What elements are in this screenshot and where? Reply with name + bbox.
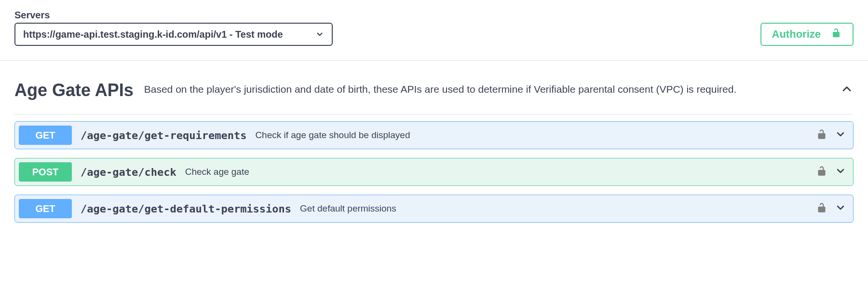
endpoint-summary: Check age gate <box>185 167 815 177</box>
section-description: Based on the player's jurisdiction and d… <box>144 80 829 96</box>
endpoint-path: /age-gate/check <box>81 166 176 178</box>
endpoint-summary: Get default permissions <box>300 203 815 214</box>
authorize-label: Authorize <box>772 28 821 41</box>
unlock-icon <box>830 27 842 42</box>
servers-label: Servers <box>14 10 333 21</box>
chevron-up-icon[interactable] <box>840 80 854 98</box>
content-area: Age Gate APIs Based on the player's juri… <box>0 61 868 237</box>
chevron-down-icon[interactable] <box>835 128 846 142</box>
servers-block: Servers https://game-api.test.staging.k-… <box>14 10 333 46</box>
endpoint-path: /age-gate/get-default-permissions <box>81 203 291 215</box>
endpoint-actions <box>815 165 846 179</box>
endpoint-row[interactable]: POST /age-gate/check Check age gate <box>14 158 854 186</box>
chevron-down-icon[interactable] <box>835 202 846 215</box>
method-badge: GET <box>19 199 72 218</box>
authorize-button[interactable]: Authorize <box>760 23 854 46</box>
endpoints-list: GET /age-gate/get-requirements Check if … <box>14 121 854 223</box>
endpoint-actions <box>815 128 846 142</box>
section-header[interactable]: Age Gate APIs Based on the player's juri… <box>14 80 854 114</box>
endpoint-row[interactable]: GET /age-gate/get-requirements Check if … <box>14 121 854 149</box>
endpoint-path: /age-gate/get-requirements <box>81 129 246 141</box>
unlock-icon[interactable] <box>815 128 828 142</box>
unlock-icon[interactable] <box>815 201 828 216</box>
endpoint-row[interactable]: GET /age-gate/get-default-permissions Ge… <box>14 195 854 223</box>
chevron-down-icon <box>315 30 324 39</box>
top-bar: Servers https://game-api.test.staging.k-… <box>0 0 868 61</box>
server-select[interactable]: https://game-api.test.staging.k-id.com/a… <box>14 23 333 46</box>
unlock-icon[interactable] <box>815 165 828 179</box>
method-badge: POST <box>19 162 72 182</box>
chevron-down-icon[interactable] <box>835 165 846 179</box>
server-select-value: https://game-api.test.staging.k-id.com/a… <box>23 29 315 40</box>
section-title: Age Gate APIs <box>14 80 134 100</box>
endpoint-actions <box>815 201 846 216</box>
endpoint-summary: Check if age gate should be displayed <box>255 130 815 141</box>
method-badge: GET <box>19 126 72 145</box>
